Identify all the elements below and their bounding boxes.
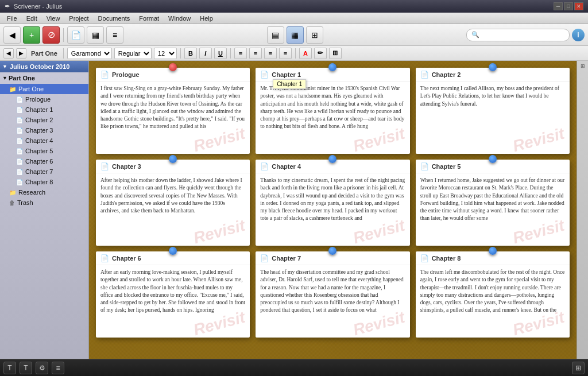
view-button-2[interactable]: ≡ <box>106 26 123 44</box>
sidebar-item-chapter5[interactable]: 📄 Chapter 5 <box>0 146 88 156</box>
card-title-chapter4: Chapter 4 <box>272 163 301 170</box>
card-chapter8[interactable]: 📄 Chapter 8 The dream left me discombobu… <box>416 251 570 338</box>
info-button[interactable]: i <box>572 29 585 41</box>
sidebar-item-label: Chapter 5 <box>25 148 53 154</box>
style-selector[interactable]: Regular <box>114 48 152 59</box>
card-doc-icon: 📄 <box>420 162 429 170</box>
pin-prologue <box>169 63 177 71</box>
menu-format[interactable]: Format <box>134 14 164 23</box>
pin-chapter1 <box>328 63 336 71</box>
align-justify-button[interactable]: ≡ <box>279 48 292 59</box>
sidebar-item-chapter2[interactable]: 📄 Chapter 2 <box>0 115 88 125</box>
underline-button[interactable]: U <box>214 48 227 59</box>
search-input[interactable] <box>479 32 564 38</box>
project-name: Julius October 2010 <box>10 63 70 70</box>
folder-icon: 📁 <box>9 86 16 92</box>
file-button[interactable]: 📄 <box>67 26 84 44</box>
italic-button[interactable]: I <box>199 48 212 59</box>
toggle-icon: ⊞ <box>581 63 585 69</box>
pin-chapter6 <box>169 247 177 255</box>
sidebar-item-chapter3[interactable]: 📄 Chapter 3 <box>0 125 88 135</box>
menu-window[interactable]: Window <box>164 14 195 23</box>
status-btn-text2[interactable]: T <box>20 362 32 374</box>
sidebar-item-label: Chapter 4 <box>25 137 53 144</box>
status-btn-text1[interactable]: T <box>3 362 16 374</box>
card-body-prologue: I first saw Sing-Sing on a gray-white Fe… <box>96 82 250 134</box>
align-right-button[interactable]: ≡ <box>264 48 277 59</box>
card-chapter2[interactable]: 📄 Chapter 2 The next morning I called Al… <box>416 68 570 154</box>
view-button-1[interactable]: ▦ <box>87 26 104 44</box>
sidebar-item-trash[interactable]: 🗑 Trash <box>0 197 88 208</box>
close-button[interactable]: ✕ <box>574 2 583 10</box>
search-box[interactable]: 🔍 <box>466 29 570 41</box>
nav-forward-button[interactable]: ▶ <box>16 48 26 59</box>
delete-button[interactable]: ⊘ <box>42 26 60 44</box>
card-doc-icon: 📄 <box>420 254 429 262</box>
sidebar-item-research[interactable]: 📁 Research <box>0 187 88 197</box>
menu-project[interactable]: Project <box>64 14 93 23</box>
sidebar-group-manuscript[interactable]: ▼ Part One <box>0 72 88 84</box>
table-button[interactable]: ⊞ <box>329 48 342 59</box>
menu-view[interactable]: View <box>42 14 65 23</box>
sidebar-item-chapter4[interactable]: 📄 Chapter 4 <box>0 135 88 146</box>
layout-btn-3[interactable]: ⊞ <box>306 26 323 44</box>
add-button[interactable]: + <box>23 26 40 44</box>
card-title-chapter3: Chapter 3 <box>112 163 141 170</box>
card-watermark-chapter2: Revisit <box>511 125 567 156</box>
card-chapter7[interactable]: 📄 Chapter 7 The head of my dissertation … <box>256 251 409 338</box>
layout-btn-2[interactable]: ▦ <box>287 26 304 44</box>
sidebar-item-label: Prologue <box>25 96 51 103</box>
card-chapter1[interactable]: 📄 Chapter 1 Mr. TNT, the Communist miner… <box>256 68 409 154</box>
card-title-chapter8: Chapter 8 <box>432 255 461 262</box>
sidebar-item-part-one[interactable]: 📁 Part One <box>0 84 88 94</box>
sidebar-item-prologue[interactable]: 📄 Prologue <box>0 94 88 104</box>
color-button[interactable]: A <box>299 48 312 59</box>
card-title-chapter5: Chapter 5 <box>432 163 461 170</box>
window-title: Scrivener - Julius <box>14 3 554 10</box>
sidebar-item-label: Part One <box>18 86 44 92</box>
card-prologue[interactable]: 📄 Prologue I first saw Sing-Sing on a gr… <box>96 68 250 154</box>
right-panel-toggle[interactable]: ⊞ <box>577 61 588 359</box>
group-arrow: ▼ <box>2 75 7 81</box>
highlight-button[interactable]: ✏ <box>314 48 327 59</box>
menu-documents[interactable]: Documents <box>94 14 135 23</box>
align-center-button[interactable]: ≡ <box>249 48 262 59</box>
toolbar-sep-1 <box>63 28 64 42</box>
sidebar-item-chapter1[interactable]: 📄 Chapter 1 <box>0 104 88 115</box>
font-selector[interactable]: Garamond <box>67 48 112 59</box>
cards-grid: 📄 Prologue I first saw Sing-Sing on a gr… <box>96 68 570 338</box>
maximize-button[interactable]: □ <box>564 2 573 10</box>
sidebar-item-label: Research <box>18 189 45 196</box>
align-left-button[interactable]: ≡ <box>234 48 247 59</box>
card-doc-icon: 📄 <box>100 71 109 79</box>
size-selector[interactable]: 12 <box>154 48 177 59</box>
doc-icon: 📄 <box>16 148 23 154</box>
sidebar-toggle-button[interactable]: ◀ <box>3 26 21 44</box>
status-btn-list[interactable]: ≡ <box>52 362 64 374</box>
doc-icon: 📄 <box>16 169 23 175</box>
pin-chapter7 <box>328 247 336 255</box>
card-chapter6[interactable]: 📄 Chapter 6 After an early morning love-… <box>96 251 250 338</box>
menu-help[interactable]: Help <box>195 14 218 23</box>
sidebar-item-label: Chapter 6 <box>25 158 53 165</box>
nav-back-button[interactable]: ◀ <box>3 48 14 59</box>
sidebar-item-chapter6[interactable]: 📄 Chapter 6 <box>0 156 88 166</box>
sidebar-item-chapter8[interactable]: 📄 Chapter 8 <box>0 177 88 187</box>
bold-button[interactable]: B <box>184 48 197 59</box>
breadcrumb: Part One <box>29 50 60 57</box>
sidebar-item-chapter7[interactable]: 📄 Chapter 7 <box>0 166 88 177</box>
card-title-chapter7: Chapter 7 <box>272 255 301 262</box>
toolbar: ◀ + ⊘ 📄 ▦ ≡ ▤ ▦ ⊞ 🔍 i <box>0 24 588 46</box>
sidebar: ▼ Julius October 2010 ▼ Part One 📁 Part … <box>0 61 89 359</box>
doc-icon: 📄 <box>16 107 23 113</box>
layout-btn-1[interactable]: ▤ <box>267 26 284 44</box>
status-btn-gear[interactable]: ⚙ <box>36 362 48 374</box>
collapse-arrow[interactable]: ▼ <box>2 64 7 69</box>
card-chapter4[interactable]: 📄 Chapter 4 Thanks to my cinematic dream… <box>256 160 409 246</box>
status-btn-right[interactable]: ⊞ <box>572 362 585 374</box>
menu-edit[interactable]: Edit <box>22 14 42 23</box>
card-chapter5[interactable]: 📄 Chapter 5 When I returned home, Jake s… <box>416 160 570 246</box>
menu-file[interactable]: File <box>2 14 22 23</box>
minimize-button[interactable]: ─ <box>554 2 563 10</box>
card-chapter3[interactable]: 📄 Chapter 3 After helping his mother dow… <box>96 160 250 246</box>
